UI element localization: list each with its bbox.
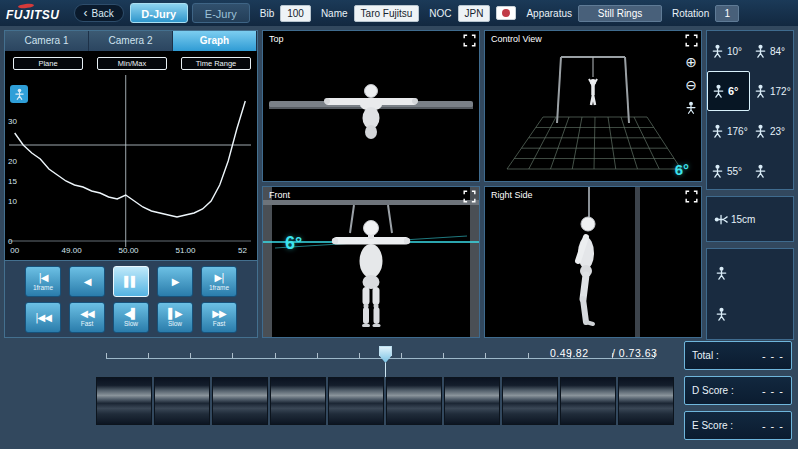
time-range-button[interactable]: Time Range	[181, 57, 251, 70]
view-tools: ⊕ ⊖	[684, 55, 698, 115]
bib-label: Bib	[260, 8, 274, 19]
score-label: E Score :	[692, 420, 733, 431]
filmstrip-thumbnail[interactable]	[618, 377, 674, 425]
filmstrip-thumbnail[interactable]	[444, 377, 500, 425]
current-time: 0.49.82	[550, 347, 589, 359]
mannequin-top-view	[324, 85, 418, 140]
filmstrip-thumbnail[interactable]	[386, 377, 442, 425]
front-view-canvas[interactable]	[263, 187, 479, 337]
measurement-cell[interactable]: 55°	[707, 151, 750, 191]
filmstrip-thumbnail[interactable]	[560, 377, 616, 425]
measurement-cell[interactable]: 176°	[707, 111, 750, 151]
pause-button[interactable]: ▌▌	[113, 266, 149, 297]
slow-forward-button[interactable]: ▌▶Slow	[157, 302, 193, 333]
measurement-value: 23°	[770, 126, 785, 137]
tab-camera-1[interactable]: Camera 1	[5, 31, 89, 51]
fullscreen-icon[interactable]	[685, 34, 698, 47]
fast-forward-button[interactable]: ▶▶Fast	[201, 302, 237, 333]
filmstrip-thumbnail[interactable]	[270, 377, 326, 425]
viewport-title: Top	[269, 34, 284, 44]
measurement-cell[interactable]: 84°	[750, 31, 793, 71]
step-back-button[interactable]: |◀1frame	[25, 266, 61, 297]
pose-icon	[710, 44, 725, 59]
top-bar: FUJITSU ‹ Back D-Jury E-Jury Bib 100 Nam…	[0, 0, 798, 26]
graph-mode-buttons: Plane Min/Max Time Range	[13, 57, 251, 70]
viewport-title: Right Side	[491, 190, 533, 200]
tab-graph[interactable]: Graph	[173, 31, 257, 51]
measurement-cell[interactable]	[750, 151, 793, 191]
angle-graph[interactable]: 3020151000049.0050.0051.0052	[5, 51, 255, 259]
score-value: - - -	[762, 385, 784, 397]
plane-button[interactable]: Plane	[13, 57, 83, 70]
timeline-tick	[317, 353, 318, 358]
button-label: 1frame	[209, 284, 229, 292]
score-value: - - -	[762, 350, 784, 362]
pose-select-button[interactable]	[10, 85, 28, 103]
measurement-grid: 10°84°6°172°176°23°55°	[706, 30, 794, 190]
control-view-canvas[interactable]	[485, 31, 701, 181]
viewport-front: Front 6°	[262, 186, 480, 338]
tab-camera-2[interactable]: Camera 2	[89, 31, 173, 51]
min-max-button[interactable]: Min/Max	[97, 57, 167, 70]
fullscreen-icon[interactable]	[685, 190, 698, 203]
tab-d-jury[interactable]: D-Jury	[130, 3, 188, 23]
svg-text:0: 0	[8, 237, 13, 246]
top-view-canvas[interactable]	[263, 31, 479, 181]
playback-row-1: |◀1frame ◀ ▌▌ ▶ ▶|1frame	[5, 266, 257, 297]
svg-text:30: 30	[8, 117, 17, 126]
zoom-out-button[interactable]: ⊖	[685, 78, 697, 92]
total-score-box: Total : - - -	[684, 341, 792, 370]
svg-text:50.00: 50.00	[119, 246, 140, 255]
measurement-cell[interactable]	[711, 305, 789, 324]
svg-text:49.00: 49.00	[62, 246, 83, 255]
mannequin-control-view	[589, 79, 597, 105]
back-button[interactable]: ‹ Back	[74, 4, 124, 22]
jump-start-button[interactable]: |◀◀	[25, 302, 61, 333]
zoom-in-icon: ⊕	[685, 54, 697, 70]
timeline-tick	[232, 353, 233, 358]
filmstrip-thumbnail[interactable]	[212, 377, 268, 425]
play-reverse-button[interactable]: ◀	[69, 266, 105, 297]
score-label: Total :	[692, 350, 719, 361]
measurement-cell[interactable]: 10°	[707, 31, 750, 71]
filmstrip-thumbnail[interactable]	[96, 377, 152, 425]
timeline-tick	[106, 353, 107, 358]
pose-icon	[714, 266, 729, 281]
step-back-icon: |◀	[38, 271, 47, 284]
play-forward-icon: ▶	[172, 275, 179, 288]
timeline-scrubber-handle[interactable]	[379, 346, 392, 363]
angle-graph-area[interactable]: Plane Min/Max Time Range 3020151000049.0…	[5, 51, 257, 261]
jump-start-icon: |◀◀	[35, 311, 51, 324]
zoom-out-icon: ⊖	[685, 77, 697, 93]
svg-text:20: 20	[8, 157, 17, 166]
measurement-cell[interactable]	[711, 264, 789, 283]
timeline-tick	[190, 353, 191, 358]
pose-icon	[753, 124, 768, 139]
playback-controls: |◀1frame ◀ ▌▌ ▶ ▶|1frame |◀◀ ◀◀Fast ◀▌Sl…	[5, 262, 257, 338]
filmstrip-thumbnail[interactable]	[502, 377, 558, 425]
tab-e-jury[interactable]: E-Jury	[192, 3, 250, 23]
slow-reverse-button[interactable]: ◀▌Slow	[113, 302, 149, 333]
measurement-cell[interactable]: 23°	[750, 111, 793, 151]
timeline-tick	[359, 353, 360, 358]
fast-rewind-button[interactable]: ◀◀Fast	[69, 302, 105, 333]
filmstrip-thumbnail[interactable]	[328, 377, 384, 425]
fullscreen-icon[interactable]	[463, 190, 476, 203]
timeline-tick	[275, 353, 276, 358]
apparatus-value[interactable]: Still Rings	[578, 5, 662, 22]
zoom-in-button[interactable]: ⊕	[685, 55, 697, 69]
measurement-cell[interactable]: 15cm	[711, 210, 756, 229]
step-forward-button[interactable]: ▶|1frame	[201, 266, 237, 297]
right-side-view-canvas[interactable]	[485, 187, 701, 337]
measurement-value: 176°	[727, 126, 748, 137]
play-forward-button[interactable]: ▶	[157, 266, 193, 297]
filmstrip-thumbnail[interactable]	[154, 377, 210, 425]
reset-view-button[interactable]	[684, 101, 698, 115]
rotation-value[interactable]: 1	[715, 5, 739, 22]
measurement-cell[interactable]: 6°	[707, 71, 750, 111]
fullscreen-icon[interactable]	[463, 34, 476, 47]
measurement-cell[interactable]: 172°	[750, 71, 793, 111]
rotation-label: Rotation	[672, 8, 709, 19]
name-value: Taro Fujitsu	[354, 5, 420, 22]
total-time: / 0.73.63	[612, 347, 657, 359]
